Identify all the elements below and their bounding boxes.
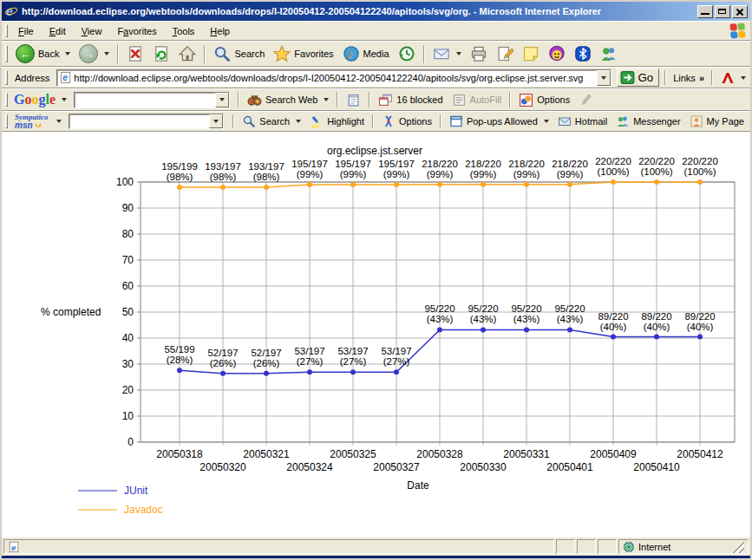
- point-label: 218/220: [552, 159, 588, 169]
- point-label: 89/220: [598, 311, 628, 322]
- google-search-input[interactable]: [75, 93, 215, 107]
- data-point-javadoc: [481, 182, 486, 187]
- toolbar-separator: [664, 70, 666, 85]
- mail-dropdown-icon: [456, 52, 461, 55]
- menu-favorites[interactable]: Favorites: [110, 23, 163, 39]
- data-point-javadoc: [350, 182, 356, 187]
- msn-search-dropdown-button[interactable]: [209, 114, 223, 128]
- x-tick-label: 20050409: [590, 448, 637, 460]
- point-percent-label: (98%): [253, 172, 280, 182]
- forward-button[interactable]: →: [75, 42, 114, 65]
- msn-options-button[interactable]: Options: [377, 113, 436, 130]
- home-button[interactable]: [174, 43, 200, 64]
- x-tick-label: 20050324: [286, 461, 333, 473]
- edit-button[interactable]: [492, 43, 518, 64]
- point-percent-label: (43%): [427, 314, 454, 324]
- search-button[interactable]: Search: [209, 43, 269, 64]
- address-bar: Address e http://download.eclipse.org/we…: [2, 67, 750, 88]
- media-button[interactable]: ♪ Media: [338, 43, 394, 64]
- data-point-junit: [350, 369, 356, 374]
- popup-blocked-button[interactable]: 16 blocked: [374, 91, 447, 109]
- refresh-button[interactable]: [148, 43, 174, 64]
- favorites-button[interactable]: Favorites: [269, 43, 337, 64]
- y-tick-label: 0: [128, 436, 134, 448]
- bluetooth-button[interactable]: [570, 43, 596, 64]
- go-button[interactable]: Go: [617, 68, 659, 87]
- google-highlighter-button[interactable]: [574, 91, 598, 109]
- internet-globe-icon: [623, 541, 635, 553]
- yahoo-messenger-icon: [548, 45, 566, 62]
- point-percent-label: (27%): [340, 356, 367, 367]
- back-button[interactable]: ← Back: [11, 42, 75, 65]
- search-label: Search: [234, 49, 265, 59]
- point-label: 220/220: [682, 156, 718, 166]
- msn-toolbar: Sympatico msn Search Highlight Options P: [2, 111, 750, 132]
- highlight-icon: [310, 114, 324, 128]
- mail-icon: [433, 45, 450, 62]
- menu-view[interactable]: View: [75, 23, 109, 39]
- address-dropdown-button[interactable]: [597, 70, 611, 86]
- stop-icon: [127, 45, 144, 62]
- msn-search-input[interactable]: [69, 114, 210, 128]
- menu-edit[interactable]: Edit: [43, 23, 73, 39]
- y-tick-label: 10: [122, 410, 134, 422]
- messenger-button[interactable]: [596, 43, 622, 64]
- print-button[interactable]: [466, 43, 492, 64]
- point-label: 53/197: [381, 346, 411, 356]
- my-page-button[interactable]: My Page: [685, 113, 749, 130]
- blocked-label: 16 blocked: [396, 94, 442, 105]
- msn-messenger-button[interactable]: Messenger: [611, 113, 684, 130]
- data-point-javadoc: [697, 179, 703, 185]
- point-label: 52/197: [251, 348, 281, 358]
- address-field[interactable]: e http://download.eclipse.org/webtools/d…: [56, 69, 611, 87]
- sympatico-msn-logo: Sympatico msn: [15, 114, 49, 130]
- status-main-pane: e: [3, 539, 554, 554]
- menu-help[interactable]: Help: [203, 23, 237, 39]
- menu-bar-grip[interactable]: [5, 24, 8, 37]
- google-search-box[interactable]: [74, 92, 230, 108]
- stop-button[interactable]: [122, 43, 148, 64]
- google-options-button[interactable]: Options: [514, 91, 574, 109]
- highlight-button[interactable]: Highlight: [305, 113, 369, 130]
- address-url[interactable]: http://download.eclipse.org/webtools/dow…: [72, 73, 597, 83]
- msn-search-box[interactable]: [69, 114, 225, 129]
- menu-items: FileEditViewFavoritesToolsHelp: [11, 23, 730, 39]
- address-bar-grip[interactable]: [5, 70, 8, 84]
- point-label: 195/197: [291, 159, 328, 169]
- x-axis-label: Date: [407, 479, 429, 492]
- sympatico-logo-button[interactable]: Sympatico msn: [11, 114, 63, 130]
- blocked-windows-icon: [378, 93, 393, 107]
- search-web-button[interactable]: Search Web: [243, 91, 333, 109]
- title-bar[interactable]: e http://download.eclipse.org/webtools/d…: [2, 2, 750, 21]
- yahoo-messenger-button[interactable]: [544, 43, 570, 64]
- minimize-button[interactable]: [697, 5, 713, 18]
- toolbar-grip[interactable]: [5, 45, 8, 62]
- ie-logo-icon: e: [4, 4, 18, 18]
- adobe-pdf-button[interactable]: [718, 69, 749, 87]
- resize-grip[interactable]: [732, 540, 744, 553]
- popups-allowed-button[interactable]: Pop-ups Allowed: [445, 113, 553, 130]
- google-search-dropdown-button[interactable]: [215, 93, 229, 107]
- back-icon: ←: [16, 44, 35, 63]
- links-button[interactable]: Links »: [671, 71, 706, 85]
- notes-button[interactable]: [518, 43, 544, 64]
- menu-tools[interactable]: Tools: [166, 23, 202, 39]
- maximize-button[interactable]: [715, 5, 730, 18]
- x-tick-label: 20050412: [677, 448, 723, 460]
- hotmail-button[interactable]: Hotmail: [553, 113, 611, 130]
- toolbar-separator: [440, 114, 441, 129]
- mail-button[interactable]: [428, 43, 466, 64]
- data-point-javadoc: [264, 185, 269, 190]
- google-bar-grip[interactable]: [5, 93, 8, 107]
- y-tick-label: 90: [122, 202, 134, 214]
- close-button[interactable]: [732, 5, 748, 18]
- google-notes-button[interactable]: [342, 91, 365, 109]
- point-label: 195/197: [378, 159, 415, 169]
- history-button[interactable]: [394, 43, 420, 64]
- google-logo-button[interactable]: Google: [11, 91, 69, 108]
- menu-file[interactable]: File: [11, 23, 41, 39]
- msn-search-button[interactable]: Search: [238, 113, 305, 130]
- autofill-button[interactable]: AutoFill: [448, 91, 507, 109]
- msn-bar-grip[interactable]: [5, 114, 8, 127]
- links-chevron[interactable]: »: [699, 73, 704, 83]
